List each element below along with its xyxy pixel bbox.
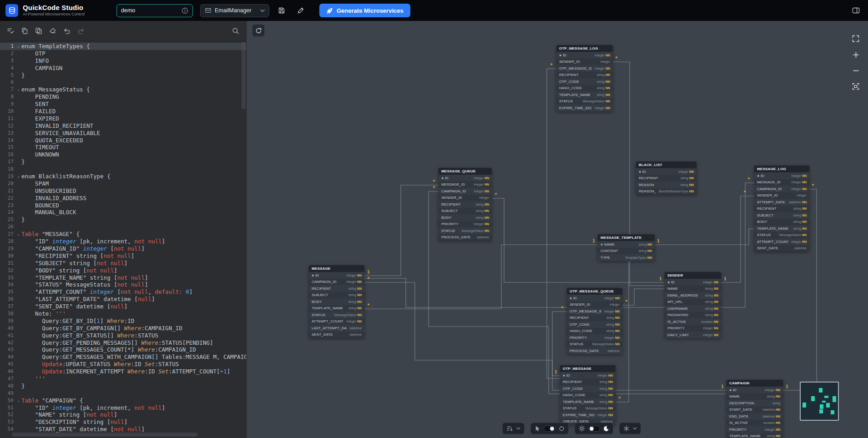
er-field-row[interactable]: ∗IDintegerNN	[727, 387, 783, 393]
code-line[interactable]: 2 OTP	[0, 50, 246, 57]
fold-icon[interactable]: ⌄	[15, 43, 21, 50]
code-line[interactable]: 54 "START_DATE" datetime [not null]	[0, 426, 246, 433]
er-field-row[interactable]: SUBJECTstringNN	[309, 292, 364, 299]
code-line[interactable]: 48}	[0, 383, 246, 390]
code-line[interactable]: 32 "BODY" string [not null]	[0, 267, 246, 274]
code-line[interactable]: 10 FAILED	[0, 108, 246, 115]
er-field-row[interactable]: MESSAGE_IDintegerNN	[754, 179, 809, 186]
er-field-row[interactable]: OTP_MESSAGE_IDintegerNN	[567, 308, 622, 315]
code-line[interactable]: 30 "RECIPIENT" string [not null]	[0, 252, 246, 260]
er-field-row[interactable]: SENDER_IDinteger	[567, 302, 622, 308]
er-table-message_queue[interactable]: MESSAGE_QUEUE∗IDintegerNNMESSAGE_IDinteg…	[439, 168, 492, 241]
generate-microservices-button[interactable]: Generate Microservices	[319, 4, 410, 17]
er-field-row[interactable]: TEMPLATE_NAMEstringNN	[727, 433, 783, 438]
relationship-edge[interactable]	[364, 245, 598, 309]
code-line[interactable]: 22 INVALID_ADDRESS	[0, 195, 246, 202]
er-table-message[interactable]: MESSAGE∗IDintegerNNCAMPAIGN_IDintegerNNR…	[309, 265, 364, 338]
er-field-row[interactable]: ∗IDintegerNN	[636, 168, 696, 175]
relationship-edge[interactable]	[364, 185, 439, 276]
er-table-header[interactable]: OTP_MESSAGE_LOG	[556, 45, 613, 52]
code-line[interactable]: 26	[0, 223, 246, 231]
code-line[interactable]: 35 "ATTEMPT_COUNT" integer [not null, de…	[0, 288, 246, 296]
er-field-row[interactable]: START_DATEdatetimeNN	[727, 407, 783, 413]
er-field-row[interactable]: ∗IDintegerNN	[309, 272, 364, 279]
er-field-row[interactable]: RECIPIENTstringNN	[439, 201, 492, 208]
code-line[interactable]: 16 UNKNOWN	[0, 151, 246, 158]
er-field-row[interactable]: SENDER_IDinteger	[556, 59, 613, 65]
code-line[interactable]: 21 UNSUBSCRIBED	[0, 187, 246, 195]
snap-dropdown[interactable]	[619, 423, 641, 434]
code-line[interactable]: 25}	[0, 216, 246, 223]
code-line[interactable]: 40 Query:GET_BY_CAMPAIGN[] Where:CAMPAIG…	[0, 325, 246, 332]
code-line[interactable]: 44 Query:GET_MESSAGES_WITH_CAMPAIGN[] Ta…	[0, 353, 246, 361]
zoom-out-button[interactable]	[851, 65, 861, 76]
er-table-sender[interactable]: SENDER∗IDintegerNNNAMEstringNNEMAIL_ADDR…	[665, 272, 721, 338]
er-table-header[interactable]: BLACK_LIST	[636, 161, 696, 168]
er-field-row[interactable]: USERNAMEstringNN	[665, 305, 721, 312]
er-field-row[interactable]: STATUSMessageStatusNN	[754, 232, 809, 239]
er-field-row[interactable]: STATUSMessageStatusNN	[556, 98, 613, 105]
code-line[interactable]: 3 INFO	[0, 57, 246, 65]
er-field-row[interactable]: SENDER_IDinteger	[754, 192, 809, 199]
fit-view-button[interactable]	[851, 81, 861, 91]
code-line[interactable]: 5}	[0, 72, 246, 79]
er-field-row[interactable]: ATTEMPT_DATEdatetimeNN	[754, 199, 809, 206]
er-field-row[interactable]: PRIORITYintegerNN	[439, 221, 492, 228]
theme-switch[interactable]	[588, 426, 600, 432]
er-field-row[interactable]: RECIPIENTstringNN	[636, 175, 696, 182]
code-line[interactable]: 41 Query:GET_BY_STATUS[] Where:STATUS	[0, 332, 246, 339]
er-field-row[interactable]: REASONstringNN	[636, 181, 696, 188]
code-line[interactable]: 43 Query:GET_MESSAGES_COUNT[*] Where:CAM…	[0, 346, 246, 353]
fold-icon[interactable]: ⌄	[15, 173, 21, 180]
er-table-header[interactable]: CAMPAIGN	[727, 380, 783, 387]
code-line[interactable]: 45 Update:UPDATE_STATUS Where:ID Set:STA…	[0, 361, 246, 368]
vertical-scrollbar[interactable]	[242, 42, 246, 109]
er-field-row[interactable]: RECIPIENTstringNN	[309, 285, 364, 292]
pointer-mode-toggle[interactable]	[530, 423, 569, 434]
er-field-row[interactable]: STATUSMessageStatusNN	[309, 312, 364, 318]
theme-toggle[interactable]	[575, 423, 613, 434]
er-field-row[interactable]: MESSAGE_IDintegerNN	[439, 181, 492, 188]
edit-button[interactable]	[294, 4, 308, 17]
er-field-row[interactable]: OTP_MESSAGE_IDintegerNN	[556, 65, 613, 72]
er-field-row[interactable]: SUBJECTstringNN	[439, 208, 492, 215]
code-line[interactable]: 18	[0, 166, 246, 173]
fold-icon[interactable]: ⌄	[15, 397, 21, 404]
pointer-mode-switch[interactable]	[544, 426, 555, 432]
minimap[interactable]	[800, 382, 839, 421]
er-field-row[interactable]: TYPETemplateTypesNN	[598, 254, 655, 261]
er-table-otp_message_log[interactable]: OTP_MESSAGE_LOG∗IDintegerNNSENDER_IDinte…	[556, 45, 613, 111]
er-field-row[interactable]: PROCESS_DATEdatetime	[439, 234, 492, 241]
code-line[interactable]: 17}	[0, 158, 246, 166]
er-field-row[interactable]: ∗NAMEstringNN	[598, 241, 655, 248]
er-table-message_log[interactable]: MESSAGE_LOG∗IDintegerNNMESSAGE_IDinteger…	[754, 166, 809, 252]
redo-button[interactable]	[75, 25, 87, 37]
er-field-row[interactable]: IS_ACTIVEbooleanNN	[665, 318, 721, 325]
code-line[interactable]: 20 SPAM	[0, 180, 246, 187]
er-field-row[interactable]: API_URLstringNN	[665, 299, 721, 306]
copy-all-button[interactable]	[33, 25, 45, 37]
er-field-row[interactable]: OTP_CODEstringNN	[567, 321, 622, 328]
er-field-row[interactable]: DESCRIPTIONstring	[727, 400, 783, 407]
er-field-row[interactable]: BODYstringNN	[439, 214, 492, 221]
er-field-row[interactable]: ∗IDintegerNN	[560, 372, 616, 379]
code-line[interactable]: 49	[0, 390, 246, 397]
er-field-row[interactable]: ATTEMPT_COUNTintegerNN	[754, 238, 809, 245]
er-table-campaign[interactable]: CAMPAIGN∗IDintegerNNNAMEstringNNDESCRIPT…	[727, 380, 783, 438]
code-editor[interactable]: 1⌄enum TemplateTypes {2 OTP3 INFO4 CAMPA…	[0, 41, 246, 438]
diagram-canvas[interactable]: 1**1**1*1*1****1*1*1* OTP_MESSAGE_LOG∗ID…	[246, 21, 868, 438]
code-line[interactable]: 28 "ID" integer [pk, increment, not null…	[0, 238, 246, 245]
er-field-row[interactable]: TEMPLATE_NAMEstringNN	[560, 398, 616, 405]
code-line[interactable]: 19⌄enum BlacklistReasonType {	[0, 173, 246, 180]
er-table-otp_message_queue[interactable]: OTP_MESSAGE_QUEUE∗IDintegerNNSENDER_IDin…	[567, 288, 622, 354]
er-field-row[interactable]: STATUSMessageStatusNN	[439, 227, 492, 234]
project-name-field[interactable]	[116, 4, 193, 17]
er-table-header[interactable]: SENDER	[665, 272, 721, 279]
er-table-header[interactable]: OTP_MESSAGE_QUEUE	[567, 288, 622, 295]
er-field-row[interactable]: SENDER_IDinteger	[439, 195, 492, 201]
er-field-row[interactable]: HASH_CODEstringNN	[560, 392, 616, 399]
manager-select[interactable]: EmailManager	[200, 4, 269, 17]
code-line[interactable]: 8 PENDING	[0, 93, 246, 101]
er-field-row[interactable]: NAMEstringNN	[665, 286, 721, 292]
er-field-row[interactable]: IS_ACTIVEbooleanNN	[727, 420, 783, 427]
